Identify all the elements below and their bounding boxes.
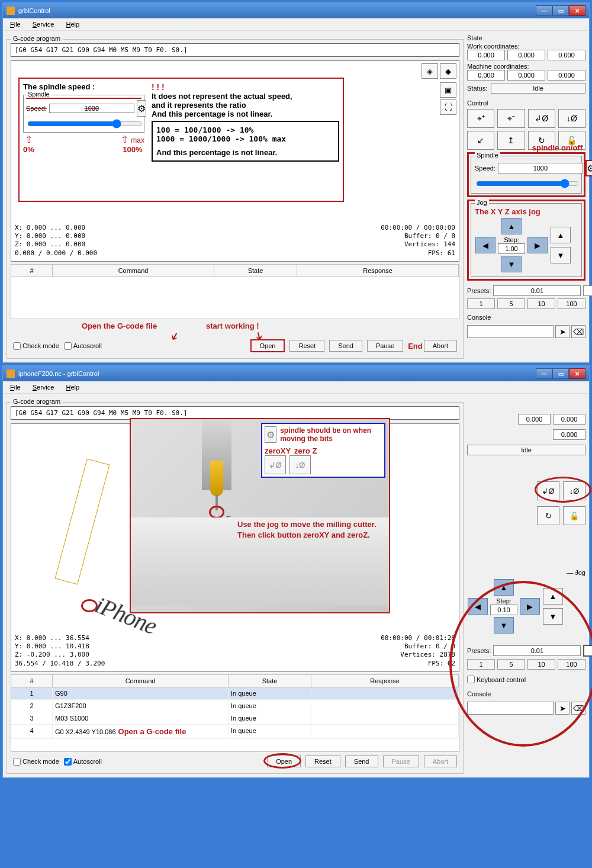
status-xyz: X: 0.000 ... 36.554 Y: 0.000 ... 10.418 … bbox=[15, 634, 105, 668]
jog-panel: Jog The X Y Z axis jog ▲ ◀ Step: ▶ ▼ ▲ ▼ bbox=[471, 203, 582, 277]
status-xyz: X: 0.000 ... 0.000 Y: 0.000 ... 0.000 Z:… bbox=[15, 224, 97, 258]
table-row[interactable]: 2G1Z3F200In queue bbox=[11, 700, 459, 712]
app-icon bbox=[7, 7, 15, 15]
expand-icon[interactable]: ⛶ bbox=[440, 99, 456, 115]
spindle-speed-input[interactable] bbox=[498, 163, 583, 173]
visualizer[interactable]: ⚙ spindle should be on when moving the b… bbox=[11, 423, 459, 672]
status-fps: 00:00:00 / 00:01:28 Buffer: 0 / 0 Vertic… bbox=[381, 634, 455, 668]
mach-x bbox=[467, 70, 505, 81]
jog-z-plus[interactable]: ▲ bbox=[551, 227, 571, 243]
work-y bbox=[507, 50, 545, 60]
annotation-3d-render: ⚙ spindle should be on when moving the b… bbox=[130, 418, 390, 613]
cube-icon[interactable]: ▣ bbox=[440, 82, 456, 98]
preset-1[interactable]: 1 bbox=[467, 298, 495, 309]
mach-z bbox=[548, 70, 585, 81]
send-button[interactable]: Send bbox=[345, 756, 378, 767]
menu-help[interactable]: Help bbox=[63, 382, 82, 392]
clear-icon[interactable]: ⌫ bbox=[571, 325, 585, 338]
send-icon[interactable]: ➤ bbox=[555, 325, 570, 338]
menu-service[interactable]: Service bbox=[30, 20, 57, 29]
autoscroll-checkbox[interactable]: Autoscroll bbox=[64, 342, 102, 350]
gcode-table: # Command State Response 1G90In queue 2G… bbox=[11, 674, 459, 752]
spindle-slider[interactable] bbox=[476, 179, 579, 188]
jog-x-minus[interactable]: ◀ bbox=[475, 237, 496, 253]
titlebar: grblControl — ▭ ✕ bbox=[3, 3, 589, 18]
menu-help[interactable]: Help bbox=[63, 20, 82, 29]
gcode-program-group: G-code program [G0 G54 G17 G21 G90 G94 M… bbox=[7, 402, 464, 774]
check-mode-checkbox[interactable]: Check mode bbox=[13, 758, 59, 766]
menubar: File Service Help bbox=[3, 18, 589, 31]
spindle-toggle-icon[interactable]: ⚙ bbox=[585, 160, 592, 176]
pause-button[interactable]: Pause bbox=[383, 756, 419, 767]
gear-icon: ⚙ bbox=[137, 100, 146, 117]
app-icon bbox=[7, 369, 15, 378]
footer-bar: Check mode Autoscroll Open Reset Send Pa… bbox=[11, 336, 459, 355]
jog-step-input[interactable] bbox=[498, 243, 525, 254]
console-label: Console bbox=[467, 314, 585, 321]
check-mode-checkbox[interactable]: Check mode bbox=[13, 342, 59, 350]
unlock-icon[interactable]: 🔓 bbox=[563, 506, 585, 525]
mach-y bbox=[507, 70, 545, 81]
preset-0.1[interactable] bbox=[583, 285, 592, 296]
footer-bar: Check mode Autoscroll Open Reset Send Pa… bbox=[11, 752, 459, 770]
spindle-panel: Spindle Speed: ⚙ bbox=[471, 156, 582, 194]
preset-0.01[interactable] bbox=[493, 285, 581, 296]
titlebar: iphoneF200.nc - grblControl — ▭ ✕ bbox=[3, 366, 589, 381]
ann-spindle-slider bbox=[27, 119, 143, 128]
home-plus-icon[interactable]: ⌖⁺ bbox=[467, 109, 494, 128]
annotation-callout: The spindle speed : Spindle Speed: ⚙ bbox=[18, 78, 344, 202]
gear-icon: ⚙ bbox=[265, 426, 276, 443]
visualizer[interactable]: ◈ ◆ ▣ ⛶ The spindle speed : Sp bbox=[11, 60, 459, 262]
work-z bbox=[548, 50, 585, 60]
return-icon[interactable]: ↙ bbox=[467, 131, 494, 150]
pause-button[interactable]: Pause bbox=[367, 340, 403, 352]
cube-solid-icon[interactable]: ◆ bbox=[440, 63, 456, 79]
menu-file[interactable]: File bbox=[8, 382, 23, 392]
reset-button[interactable]: Reset bbox=[289, 340, 324, 352]
zero-z-icon[interactable]: ↓Ø bbox=[558, 109, 585, 128]
table-row[interactable]: 4G0 X2.4349 Y10.086Open a G-code fileIn … bbox=[11, 725, 459, 739]
maximize-button[interactable]: ▭ bbox=[552, 368, 569, 379]
home-minus-icon[interactable]: ⌖⁻ bbox=[497, 109, 525, 128]
menubar: File Service Help bbox=[3, 381, 589, 394]
send-button[interactable]: Send bbox=[329, 340, 362, 352]
autoscroll-checkbox[interactable]: Autoscroll bbox=[64, 758, 102, 766]
preset-100[interactable]: 100 bbox=[558, 298, 585, 309]
close-button[interactable]: ✕ bbox=[569, 5, 585, 16]
jog-y-plus[interactable]: ▲ bbox=[501, 218, 522, 234]
window-title: iphoneF200.nc - grblControl bbox=[18, 370, 99, 377]
gcode-table: # Command State Response bbox=[11, 264, 459, 319]
window-grblcontrol-top: grblControl — ▭ ✕ File Service Help G-co… bbox=[2, 2, 590, 363]
preset-10[interactable]: 10 bbox=[527, 298, 555, 309]
table-row[interactable]: 3M03 S1000In queue bbox=[11, 712, 459, 725]
zero-xy-icon[interactable]: ↲Ø bbox=[528, 109, 555, 128]
zero-xy-icon: ↲Ø bbox=[265, 455, 286, 474]
status-field bbox=[467, 445, 585, 455]
window-grblcontrol-bottom: iphoneF200.nc - grblControl — ▭ ✕ File S… bbox=[2, 365, 590, 778]
safe-z-icon[interactable]: ↥ bbox=[497, 131, 525, 150]
reset-icon[interactable]: ↻ bbox=[537, 506, 559, 525]
minimize-button[interactable]: — bbox=[536, 368, 552, 379]
zero-z-icon: ↓Ø bbox=[289, 455, 311, 474]
control-panel: Control ⌖⁺ ⌖⁻ ↲Ø ↓Ø ↙ ↥ ↻ 🔓 bbox=[467, 96, 585, 150]
abort-button[interactable]: Abort bbox=[424, 756, 457, 767]
tool-visualization bbox=[55, 458, 110, 584]
jog-z-minus[interactable]: ▼ bbox=[551, 247, 571, 263]
reset-button[interactable]: Reset bbox=[305, 756, 340, 767]
status-fps: 00:00:00 / 00:00:00 Buffer: 0 / 0 Vertic… bbox=[381, 224, 455, 258]
maximize-button[interactable]: ▭ bbox=[552, 5, 569, 16]
gcode-line: [G0 G54 G17 G21 G90 G94 M0 M5 M9 T0 F0. … bbox=[11, 43, 459, 57]
minimize-button[interactable]: — bbox=[536, 5, 552, 16]
table-row[interactable]: 1G90In queue bbox=[11, 687, 459, 700]
menu-service[interactable]: Service bbox=[30, 382, 57, 392]
menu-file[interactable]: File bbox=[8, 20, 23, 29]
abort-button[interactable]: Abort bbox=[424, 340, 457, 352]
preset-5[interactable]: 5 bbox=[497, 298, 525, 309]
jog-y-minus[interactable]: ▼ bbox=[501, 256, 522, 272]
close-button[interactable]: ✕ bbox=[569, 368, 585, 379]
ann-spindle-input bbox=[49, 104, 134, 113]
jog-x-plus[interactable]: ▶ bbox=[527, 237, 548, 253]
status-field bbox=[491, 83, 585, 94]
cube-outline-icon[interactable]: ◈ bbox=[422, 63, 438, 79]
console-input[interactable] bbox=[467, 325, 554, 338]
